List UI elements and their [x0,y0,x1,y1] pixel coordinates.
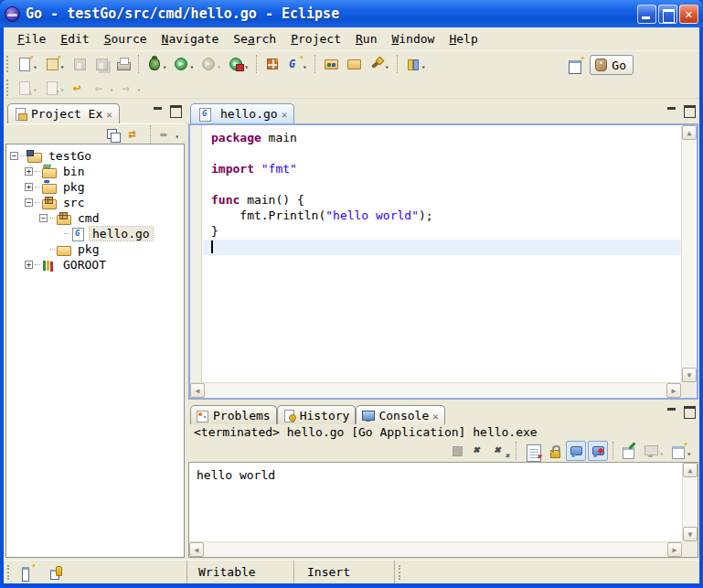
print-button[interactable] [113,54,133,74]
maximize-view-button[interactable] [683,104,695,115]
tree-item-GOROOT[interactable]: +GOROOT [6,257,184,273]
debug-button[interactable] [144,53,170,76]
editor-vertical-scrollbar[interactable]: ▲ ▼ [681,125,697,382]
menu-search[interactable]: Search [227,29,282,48]
scroll-right-icon[interactable]: ▶ [666,383,681,398]
open-type-button[interactable] [321,54,342,74]
view-menu-button[interactable] [156,123,182,145]
collapse-expander-icon[interactable]: − [39,214,48,222]
go-perspective-button[interactable]: Go [590,55,634,75]
menu-navigate[interactable]: Navigate [155,29,226,48]
dropdown-arrow-icon[interactable] [109,79,114,96]
maximize-view-button[interactable] [683,405,695,416]
tab-problems[interactable]: Problems [190,405,277,424]
dropdown-arrow-icon[interactable] [216,56,221,73]
console-output[interactable]: hello world [189,463,682,541]
new-project-button[interactable] [42,53,68,76]
editor-area: hello.go package mainimport "fmt"func ma… [188,101,698,400]
code-area[interactable]: package mainimport "fmt"func main() { fm… [203,125,681,382]
scroll-left-icon[interactable]: ◀ [190,383,205,398]
tree-item-pkg[interactable]: +pkg [6,179,184,195]
collapse-expander-icon[interactable]: − [25,198,33,207]
scroll-up-icon[interactable]: ▲ [683,463,698,477]
pin-console-button[interactable] [619,441,639,461]
menu-project[interactable]: Project [284,29,347,48]
show-view-as-fastview-button[interactable] [16,562,37,583]
scroll-lock-button[interactable] [544,441,564,461]
dropdown-arrow-icon[interactable] [384,56,389,73]
project-tree[interactable]: −testGo+bin+pkg−src−cmdhello.gopkg+GOROO… [5,144,185,558]
close-view-icon[interactable] [106,107,112,121]
remove-launch-button[interactable] [469,441,489,461]
debug-icon [149,58,160,70]
console-horizontal-scrollbar[interactable]: ◀ ▶ [189,541,682,557]
close-editor-icon[interactable] [282,107,288,121]
menu-window[interactable]: Window [385,29,441,48]
dropdown-arrow-icon[interactable] [421,56,426,73]
collapse-all-button[interactable] [103,124,123,144]
tab-console[interactable]: Console [356,405,444,424]
menu-help[interactable]: Help [442,29,484,48]
tree-item-cmd[interactable]: −cmd [6,210,184,226]
minimize-view-button[interactable] [666,405,677,416]
external-tools-button[interactable] [226,53,251,76]
scroll-down-icon[interactable]: ▼ [682,368,697,382]
editor-horizontal-scrollbar[interactable]: ◀ ▶ [190,382,681,398]
titlebar[interactable]: Go - testGo/src/cmd/hello.go - Eclipse [0,0,703,27]
open-perspective-button[interactable] [565,55,585,75]
scroll-up-icon[interactable]: ▲ [682,125,697,140]
show-stderr-button[interactable] [588,441,608,461]
close-window-button[interactable] [679,5,698,24]
tab-project-explorer[interactable]: Project Ex [7,103,120,123]
collapse-expander-icon[interactable]: − [10,152,18,160]
tab-hello-go[interactable]: hello.go [190,103,294,123]
remove-all-terminated-button[interactable] [491,441,511,461]
maximize-window-button[interactable] [658,5,677,24]
run-button[interactable] [171,53,197,76]
close-view-icon[interactable] [432,409,439,422]
tree-item-src[interactable]: −src [6,195,184,210]
new-go-element-button[interactable] [284,53,310,76]
menu-run[interactable]: Run [349,29,383,48]
dropdown-arrow-icon[interactable] [658,443,664,460]
menu-source[interactable]: Source [98,29,154,48]
tree-item-testGo[interactable]: −testGo [6,148,184,164]
open-console-button[interactable] [668,440,694,463]
expand-expander-icon[interactable]: + [25,167,33,176]
show-stdout-button[interactable] [566,441,586,461]
menu-edit[interactable]: Edit [54,29,95,48]
clear-console-button[interactable] [522,441,542,461]
last-edit-location-button[interactable] [69,78,90,98]
tree-item-pkg[interactable]: pkg [6,241,184,257]
expand-expander-icon[interactable]: + [25,183,33,191]
dropdown-arrow-icon[interactable] [188,56,194,73]
search-toolbar-button[interactable] [367,53,392,76]
link-with-editor-button[interactable] [125,124,145,144]
tree-item-hello.go[interactable]: hello.go [6,226,184,241]
scroll-left-icon[interactable]: ◀ [189,542,204,557]
toolbar-grip[interactable] [6,56,9,72]
print-icon [116,57,131,71]
new-wizard-button[interactable] [15,53,40,76]
tree-item-bin[interactable]: +bin [6,164,184,179]
console-vertical-scrollbar[interactable]: ▲ ▼ [682,463,698,541]
maximize-view-button[interactable] [169,104,181,115]
statusbar-icons [16,562,67,583]
dropdown-arrow-icon[interactable] [174,125,179,143]
expand-expander-icon[interactable]: + [25,261,33,269]
menu-file[interactable]: File [11,29,52,48]
new-go-project-button[interactable] [262,54,282,74]
open-resource-button[interactable] [344,54,365,74]
tab-history[interactable]: History [277,405,357,424]
toolbar-grip[interactable] [6,80,9,96]
minimize-view-button[interactable] [152,104,164,115]
tab-label: Problems [213,409,271,422]
minimize-view-button[interactable] [666,104,677,115]
dropdown-arrow-icon[interactable] [135,79,141,96]
minimize-window-button[interactable] [637,5,656,24]
scroll-down-icon[interactable]: ▼ [683,527,698,541]
dropdown-arrow-icon[interactable] [162,56,167,73]
trim-stack-button[interactable] [46,562,66,583]
scroll-right-icon[interactable]: ▶ [667,542,682,557]
toggle-mark-occurrences-button[interactable] [403,53,429,76]
